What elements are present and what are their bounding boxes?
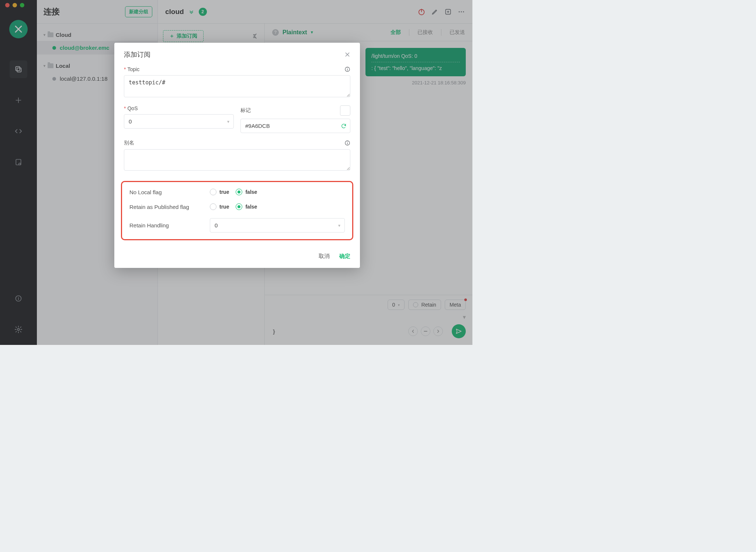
qos-mark-row: * QoS 0 ▾ 标记: [124, 105, 350, 133]
retain-handling-value: 0: [210, 218, 345, 233]
mark-color-input[interactable]: [240, 119, 350, 133]
qos-value: 0: [124, 114, 234, 129]
no-local-label: No Local flag: [129, 189, 203, 195]
qos-select[interactable]: 0 ▾: [124, 114, 234, 129]
retain-handling-select[interactable]: 0 ▾: [210, 218, 345, 233]
cancel-button[interactable]: 取消: [319, 253, 330, 260]
required-marker: *: [124, 105, 126, 111]
radio-true-label: true: [219, 189, 229, 195]
radio-icon: [210, 189, 216, 195]
topic-label-row: * Topic: [124, 66, 350, 72]
mark-label: 标记: [240, 107, 251, 114]
topic-label: Topic: [127, 66, 139, 72]
alias-label-row: 别名: [124, 140, 350, 146]
retain-pub-false-radio[interactable]: false: [236, 203, 257, 210]
retain-handling-label: Retain Handling: [129, 222, 203, 228]
no-local-true-radio[interactable]: true: [210, 189, 229, 195]
color-swatch-button[interactable]: [340, 105, 350, 116]
topic-input[interactable]: [124, 75, 350, 97]
chevron-down-icon: ▾: [227, 119, 229, 124]
alias-label: 别名: [124, 140, 134, 146]
modal-title: 添加订阅: [124, 50, 150, 59]
topic-field-group: * Topic: [124, 66, 350, 99]
retain-pub-true-radio[interactable]: true: [210, 203, 229, 210]
radio-false-label: false: [245, 204, 257, 210]
mark-input-row: [240, 119, 350, 133]
alias-field-group: 别名: [124, 140, 350, 172]
radio-icon: [236, 189, 242, 195]
mark-field-group: 标记: [240, 105, 350, 133]
retain-handling-row: Retain Handling 0 ▾: [129, 218, 345, 233]
required-marker: *: [124, 66, 126, 72]
radio-icon: [210, 203, 216, 210]
confirm-button[interactable]: 确定: [339, 253, 350, 260]
qos-label: QoS: [127, 105, 138, 111]
no-local-false-radio[interactable]: false: [236, 189, 257, 195]
radio-icon: [236, 203, 242, 210]
mqtt5-flags-highlight: No Local flag true false Retain as Publi…: [121, 181, 353, 240]
modal-footer: 取消 确定: [114, 247, 360, 268]
retain-as-published-label: Retain as Published flag: [129, 204, 203, 210]
modal-body: * Topic * QoS 0 ▾: [114, 63, 360, 247]
radio-false-label: false: [245, 189, 257, 195]
modal-header: 添加订阅: [114, 43, 360, 63]
modal-close-button[interactable]: [344, 52, 350, 57]
no-local-flag-row: No Local flag true false: [129, 189, 345, 195]
radio-true-label: true: [219, 204, 229, 210]
qos-field-group: * QoS 0 ▾: [124, 105, 234, 133]
chevron-down-icon: ▾: [338, 223, 340, 228]
add-subscription-modal: 添加订阅 * Topic *: [114, 43, 360, 268]
mark-label-row: 标记: [240, 105, 350, 116]
refresh-icon: [341, 123, 347, 129]
app-window: 连接 新建分组 ▾ Cloud cloud@broker.emc ▾ Local…: [0, 0, 472, 345]
qos-label-row: * QoS: [124, 105, 234, 111]
close-icon: [344, 52, 350, 57]
info-icon[interactable]: [344, 140, 350, 146]
refresh-color-button[interactable]: [341, 123, 347, 129]
retain-as-published-row: Retain as Published flag true false: [129, 203, 345, 210]
info-icon[interactable]: [344, 66, 350, 72]
alias-input[interactable]: [124, 149, 350, 171]
